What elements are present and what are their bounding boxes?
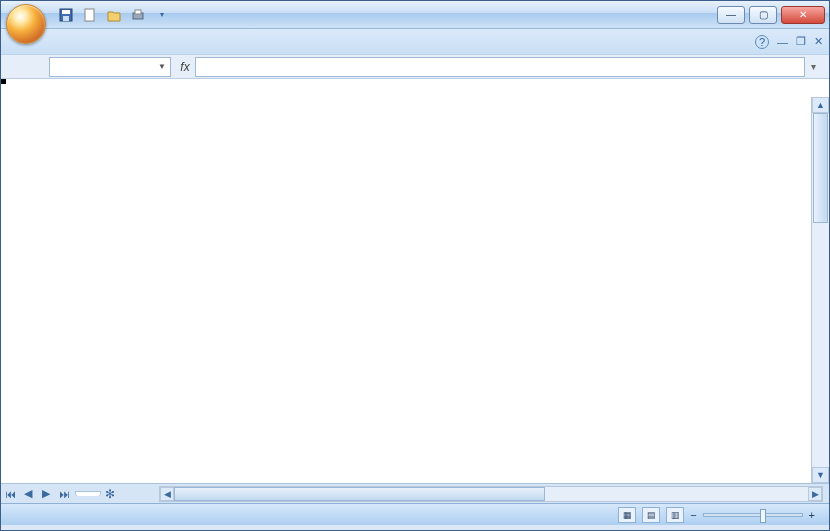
vertical-scrollbar[interactable]: ▲ ▼ — [811, 97, 829, 483]
office-button[interactable] — [6, 4, 46, 44]
quick-access-toolbar: ▾ — [55, 4, 173, 26]
formula-input[interactable] — [195, 57, 805, 77]
svg-rect-1 — [62, 10, 70, 14]
scroll-up-icon[interactable]: ▲ — [812, 97, 829, 113]
name-box[interactable]: ▼ — [49, 57, 171, 77]
qat-more-icon[interactable]: ▾ — [151, 4, 173, 26]
mdi-close-button[interactable]: ✕ — [814, 35, 823, 48]
fill-handle[interactable] — [1, 79, 6, 84]
scroll-down-icon[interactable]: ▼ — [812, 467, 829, 483]
fx-icon[interactable]: fx — [175, 60, 195, 74]
svg-rect-3 — [85, 9, 94, 21]
hscroll-thumb[interactable] — [174, 487, 545, 501]
tab-nav-prev-icon[interactable]: ◀ — [19, 485, 37, 503]
window-titlebar: ▾ — ▢ ✕ — [1, 1, 829, 29]
worksheet-area[interactable]: ▲ ▼ — [1, 79, 829, 483]
formula-bar: ▼ fx ▾ — [1, 55, 829, 79]
zoom-out-icon[interactable]: − — [690, 509, 696, 521]
new-sheet-icon[interactable]: ✻ — [101, 485, 119, 503]
new-icon[interactable] — [79, 4, 101, 26]
formula-expand-icon[interactable]: ▾ — [811, 61, 829, 72]
tab-nav-last-icon[interactable]: ⏭ — [55, 485, 73, 503]
close-button[interactable]: ✕ — [781, 6, 825, 24]
mdi-restore-button[interactable]: ❐ — [796, 35, 806, 48]
sheet-tab-strip: ⏮ ◀ ▶ ⏭ ✻ ◀ ▶ — [1, 483, 829, 503]
status-bar: ▦ ▤ ▥ − + — [1, 503, 829, 525]
page-layout-view-icon[interactable]: ▤ — [642, 507, 660, 523]
normal-view-icon[interactable]: ▦ — [618, 507, 636, 523]
help-icon[interactable]: ? — [755, 35, 769, 49]
name-box-dropdown-icon[interactable]: ▼ — [158, 62, 166, 71]
open-icon[interactable] — [103, 4, 125, 26]
ribbon-tabs: ? — ❐ ✕ — [1, 29, 829, 55]
zoom-slider[interactable] — [703, 513, 803, 517]
svg-rect-2 — [63, 16, 69, 21]
svg-rect-5 — [135, 10, 141, 14]
minimize-button[interactable]: — — [717, 6, 745, 24]
selection-outline — [1, 79, 5, 83]
page-break-view-icon[interactable]: ▥ — [666, 507, 684, 523]
vscroll-thumb[interactable] — [813, 113, 828, 223]
scroll-right-icon[interactable]: ▶ — [808, 487, 822, 501]
scroll-left-icon[interactable]: ◀ — [160, 487, 174, 501]
tab-nav-next-icon[interactable]: ▶ — [37, 485, 55, 503]
mdi-minimize-button[interactable]: — — [777, 36, 788, 48]
zoom-in-icon[interactable]: + — [809, 509, 815, 521]
horizontal-scrollbar[interactable]: ◀ ▶ — [159, 486, 823, 502]
quick-print-icon[interactable] — [127, 4, 149, 26]
maximize-button[interactable]: ▢ — [749, 6, 777, 24]
tab-nav-first-icon[interactable]: ⏮ — [1, 485, 19, 503]
sheet-tab[interactable] — [75, 491, 101, 496]
save-icon[interactable] — [55, 4, 77, 26]
zoom-slider-handle[interactable] — [760, 509, 766, 523]
